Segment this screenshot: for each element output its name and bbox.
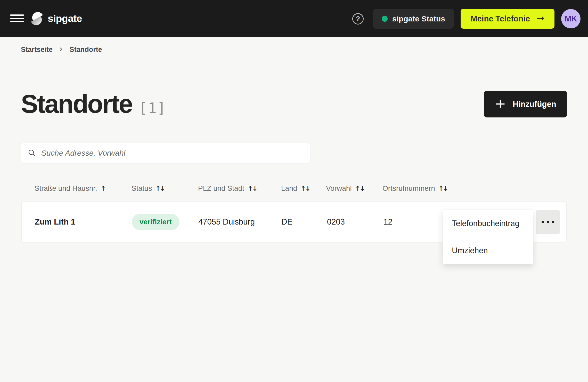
meine-telefonie-button[interactable]: Meine Telefonie →	[461, 9, 554, 29]
hamburger-icon	[10, 18, 24, 19]
column-label: Status	[132, 184, 152, 193]
context-menu: Telefonbucheintrag Umziehen	[443, 210, 533, 264]
app-header: sipgate ? sipgate Status Meine Telefonie…	[0, 0, 588, 37]
column-header-plz-stadt[interactable]: PLZ und Stadt ↑↓	[198, 182, 257, 195]
sipgate-logo-icon	[31, 10, 43, 27]
column-label: Ortsrufnummern	[382, 184, 435, 193]
help-button[interactable]: ?	[352, 13, 364, 25]
meine-telefonie-label: Meine Telefonie	[471, 14, 530, 23]
breadcrumb: Startseite › Standorte	[21, 45, 102, 54]
column-header-strasse[interactable]: Straße und Hausnr. ↑	[35, 182, 105, 195]
page-title-count: [1]	[139, 99, 166, 116]
status-badge: verifiziert	[132, 214, 179, 230]
column-label: Straße und Hausnr.	[35, 184, 97, 193]
column-header-ortsrufnummern[interactable]: Ortsrufnummern ↑↓	[382, 182, 448, 195]
avatar[interactable]: MK	[561, 9, 581, 28]
add-button-label: Hinzufügen	[513, 100, 556, 109]
sipgate-status-button[interactable]: sipgate Status	[373, 9, 454, 29]
column-header-status[interactable]: Status ↑↓	[132, 182, 165, 195]
cell-land: DE	[281, 217, 292, 227]
sort-icon: ↑↓	[438, 185, 448, 192]
menu-button[interactable]	[10, 14, 24, 22]
menu-item-umziehen[interactable]: Umziehen	[443, 237, 533, 264]
hamburger-icon	[10, 14, 24, 16]
plus-icon: +	[495, 97, 506, 110]
hamburger-icon	[10, 21, 24, 22]
more-options-icon	[552, 221, 554, 223]
column-label: Vorwahl	[326, 184, 352, 193]
chevron-right-icon: ›	[59, 44, 63, 54]
cell-ortsrufnummern: 12	[383, 217, 392, 227]
title-row: Standorte [1]	[21, 91, 166, 117]
page-title: Standorte	[21, 91, 132, 117]
sort-icon: ↑↓	[300, 185, 310, 192]
search-input[interactable]	[41, 143, 303, 163]
logo-text: sipgate	[48, 13, 82, 24]
sort-icon: ↑↓	[155, 185, 165, 192]
cell-vorwahl: 0203	[327, 217, 345, 227]
avatar-initials: MK	[565, 14, 577, 23]
breadcrumb-current: Standorte	[70, 46, 102, 54]
more-options-icon	[547, 221, 549, 223]
menu-item-telefonbucheintrag[interactable]: Telefonbucheintrag	[443, 210, 533, 237]
column-label: PLZ und Stadt	[198, 184, 244, 193]
status-chip-label: sipgate Status	[392, 14, 445, 23]
cell-plz-city: 47055 Duisburg	[198, 217, 255, 227]
status-dot-icon	[382, 16, 388, 22]
add-location-button[interactable]: + Hinzufügen	[484, 91, 567, 117]
table-header: Straße und Hausnr. ↑ Status ↑↓ PLZ und S…	[0, 182, 588, 195]
more-options-button[interactable]	[536, 210, 560, 234]
column-header-vorwahl[interactable]: Vorwahl ↑↓	[326, 182, 364, 195]
more-options-icon	[542, 221, 544, 223]
cell-street: Zum Lith 1	[35, 217, 75, 227]
sort-icon: ↑↓	[248, 185, 257, 192]
breadcrumb-item-startseite[interactable]: Startseite	[21, 46, 53, 54]
column-header-land[interactable]: Land ↑↓	[281, 182, 310, 195]
sort-icon: ↑↓	[355, 185, 364, 192]
arrow-right-icon: →	[537, 14, 544, 23]
search-box	[21, 143, 310, 163]
column-label: Land	[281, 184, 297, 193]
sort-asc-icon: ↑	[101, 185, 105, 192]
sipgate-logo[interactable]: sipgate	[31, 0, 82, 37]
search-icon	[28, 149, 36, 157]
help-icon: ?	[356, 15, 360, 23]
